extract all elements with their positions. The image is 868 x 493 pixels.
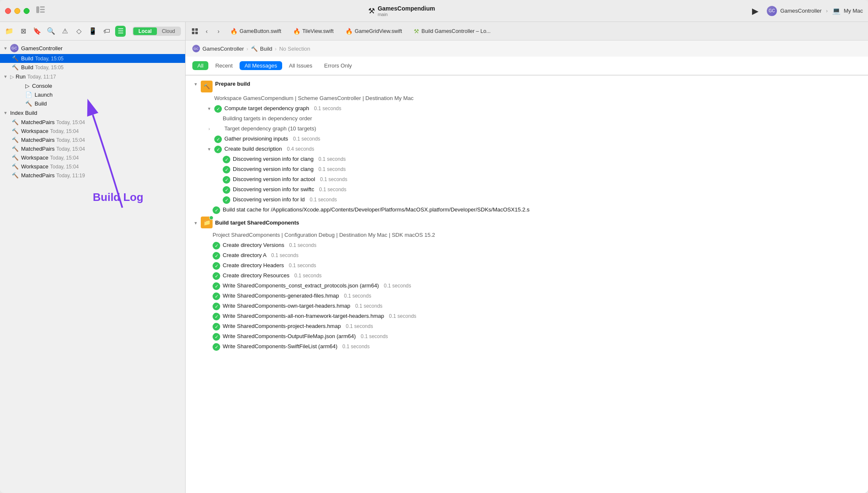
svg-rect-3 [40, 11, 45, 13]
grid-toggle-btn[interactable] [190, 26, 200, 36]
file-tab-tileview[interactable]: 🔥 TileView.swift [288, 26, 339, 36]
create-dir-versions-text: Create directory Versions 0.1 seconds [223, 241, 861, 249]
maximize-button[interactable] [24, 8, 30, 14]
success-sc-5: ✓ [213, 282, 220, 290]
build-target-header[interactable]: ▼ 📁 Build target SharedComponents [186, 215, 868, 230]
bookmark-icon-btn[interactable]: 🔖 [32, 26, 43, 37]
build-stat-cache-text: Build stat cache for /Applications/Xcode… [223, 206, 861, 214]
svg-rect-1 [40, 6, 45, 8]
collapse-prepare[interactable]: ▼ [192, 81, 199, 87]
ib-item-5[interactable]: 🔨 Workspace Today, 15:04 [0, 153, 185, 162]
target-dep-graph-row[interactable]: › Target dependency graph (10 targets) [186, 124, 868, 134]
write-all-non-framework-text: Write SharedComponents-all-non-framework… [223, 312, 861, 320]
bc-item-1[interactable]: GamesController [202, 46, 244, 52]
build-item-2[interactable]: 🔨 Build Today, 15:05 [0, 63, 185, 72]
svg-rect-0 [36, 6, 39, 13]
svg-rect-2 [40, 9, 45, 10]
disc-swiftc-text: Discovering version info for swiftc 0.1 … [233, 185, 861, 194]
tag-icon-btn[interactable]: 🏷 [101, 26, 112, 37]
file-tab-buildlog[interactable]: ⚒ Build GamesController – Lo... [409, 26, 496, 36]
create-build-desc-text: Create build description 0.4 seconds [224, 145, 861, 153]
hammer-icon-1: 🔨 [12, 55, 19, 62]
filter-recent[interactable]: Recent [210, 61, 237, 70]
disc-clang-2: ✓ Discovering version info for clang 0.1… [186, 164, 868, 174]
build-target-subtitle: Project SharedComponents | Configuration… [213, 231, 861, 239]
games-controller-group[interactable]: ▼ GC GamesController [0, 42, 185, 54]
x-icon-btn[interactable]: ⊠ [18, 26, 29, 37]
diamond-icon-btn[interactable]: ◇ [74, 26, 84, 37]
write-generated-files: ✓ Write SharedComponents-generated-files… [186, 291, 868, 301]
prepare-build-header[interactable]: ▼ 🔨 Prepare build [186, 79, 868, 93]
run-expand-icon: ▷ [10, 74, 14, 80]
write-own-target-headers: ✓ Write SharedComponents-own-target-head… [186, 301, 868, 311]
forward-btn[interactable]: › [213, 26, 224, 36]
breadcrumb-sep-1: › [826, 8, 828, 14]
cloud-btn[interactable]: Cloud [157, 27, 180, 35]
write-swift-file-list-text: Write SharedComponents-SwiftFileList (ar… [223, 342, 861, 351]
filter-all-issues[interactable]: All Issues [284, 61, 318, 70]
hammer-icon-ib1: 🔨 [12, 119, 19, 125]
success-sc-6: ✓ [213, 293, 220, 300]
create-dir-resources: ✓ Create directory Resources 0.1 seconds [186, 271, 868, 281]
local-btn[interactable]: Local [133, 27, 156, 35]
write-output-file-map-text: Write SharedComponents-OutputFileMap.jso… [223, 332, 861, 341]
build-log-content: ▼ 🔨 Prepare build Workspace GamesCompend… [186, 76, 868, 493]
write-const-extract-text: Write SharedComponents_const_extract_pro… [223, 282, 861, 290]
console-label: Console [32, 83, 52, 89]
folder-icon-btn[interactable]: 📁 [4, 26, 15, 37]
back-btn[interactable]: ‹ [202, 26, 212, 36]
index-build-group[interactable]: ▼ Index Build [0, 108, 185, 118]
expand-target-dep[interactable]: › [206, 125, 213, 132]
run-button[interactable]: ▶ [752, 6, 758, 16]
collapse-build-desc[interactable]: ▼ [206, 146, 213, 152]
sidebar-toggle[interactable] [36, 6, 45, 15]
disc-actool-text: Discovering version info for actool 0.1 … [233, 175, 861, 184]
expand-spacer-0 [206, 95, 213, 102]
file-tab-gamegridview[interactable]: 🔥 GameGridView.swift [340, 26, 407, 36]
minimize-button[interactable] [14, 8, 20, 14]
collapse-target[interactable]: ▼ [192, 219, 199, 226]
project-title: GamesCompendium [377, 5, 435, 12]
ib-item-7[interactable]: 🔨 MatchedPairs Today, 11:19 [0, 171, 185, 180]
gather-prov-text: Gather provisioning inputs 0.1 seconds [224, 135, 861, 143]
bc-item-2[interactable]: Build [260, 46, 272, 52]
hammer-icon-2: 🔨 [12, 64, 19, 70]
build-sub-item[interactable]: 🔨 Build [7, 99, 185, 108]
building-targets-text: Building targets in dependency order [223, 114, 861, 123]
ib-item-6[interactable]: 🔨 Workspace Today, 15:04 [0, 162, 185, 171]
build-item-1[interactable]: 🔨 Build Today, 15:05 [0, 54, 185, 63]
bc-icon: GC [192, 45, 200, 52]
ib-item-1[interactable]: 🔨 MatchedPairs Today, 15:04 [0, 118, 185, 127]
file-tab-gamebutton[interactable]: 🔥 GameButton.swift [225, 26, 286, 36]
run-group[interactable]: ▼ ▷ Run Today, 11:17 [0, 72, 185, 81]
folder-badge [209, 216, 213, 220]
collapse-dep[interactable]: ▼ [206, 105, 213, 112]
disc-clang-1: ✓ Discovering version info for clang 0.1… [186, 154, 868, 164]
file-tab-label-4: Build GamesController – Lo... [421, 28, 491, 34]
device-name: My Mac [844, 8, 863, 14]
device2-icon-btn[interactable]: 📱 [88, 26, 98, 37]
filter-all-messages[interactable]: All Messages [240, 61, 282, 70]
target-dep-graph-text: Target dependency graph (10 targets) [224, 125, 861, 133]
console-item[interactable]: ▷ Console [7, 81, 185, 90]
filter-all[interactable]: All [192, 61, 208, 70]
file-tab-label-3: GameGridView.swift [355, 28, 402, 34]
build-target-text: Build target SharedComponents [215, 219, 861, 226]
ib-item-4[interactable]: 🔨 MatchedPairs Today, 15:04 [0, 144, 185, 153]
search-icon-btn[interactable]: 🔍 [46, 26, 57, 37]
launch-item[interactable]: 📄 Launch [7, 90, 185, 99]
create-build-desc-row[interactable]: ▼ ✓ Create build description 0.4 seconds [186, 144, 868, 154]
ib-item-3[interactable]: 🔨 MatchedPairs Today, 15:04 [0, 135, 185, 144]
create-dir-resources-text: Create directory Resources 0.1 seconds [223, 271, 861, 280]
compute-dep-row[interactable]: ▼ ✓ Compute target dependency graph 0.1 … [186, 103, 868, 114]
warning-icon-btn[interactable]: ⚠ [60, 26, 70, 37]
ib-item-2[interactable]: 🔨 Workspace Today, 15:04 [0, 127, 185, 135]
success-sc-3: ✓ [213, 262, 220, 270]
filter-errors-only[interactable]: Errors Only [319, 61, 357, 70]
list-icon-btn[interactable]: ☰ [115, 26, 126, 37]
prepare-build-text: Prepare build [215, 80, 861, 88]
svg-rect-6 [195, 28, 198, 31]
close-button[interactable] [5, 8, 11, 14]
device-icon: 💻 [832, 7, 841, 15]
swift-icon-1: 🔥 [230, 28, 237, 35]
